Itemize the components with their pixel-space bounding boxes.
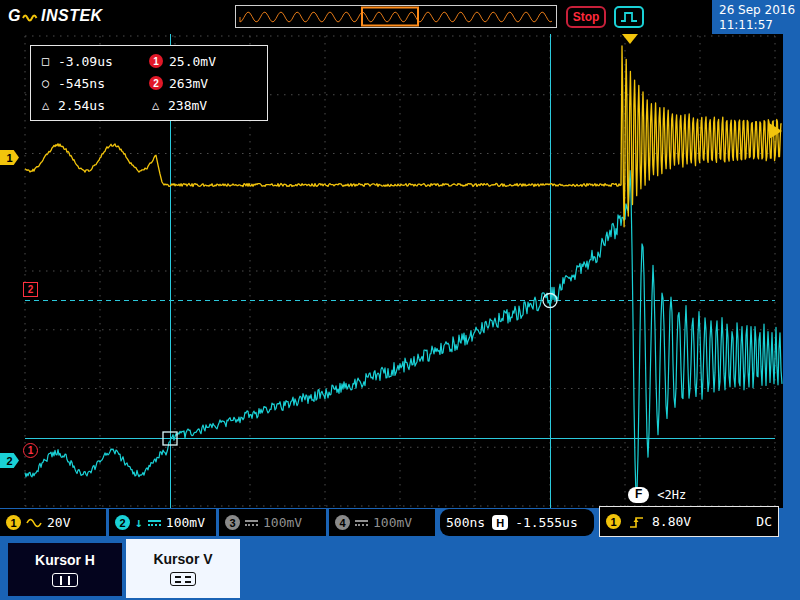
softkey-kursor-h[interactable]: Kursor H bbox=[8, 543, 122, 596]
cursor-delta-volt-value: 238mV bbox=[168, 98, 207, 113]
memory-preview-waveform-icon bbox=[236, 6, 556, 27]
ch4-status[interactable]: 4 100mV bbox=[329, 509, 435, 536]
ch4-badge: 4 bbox=[335, 515, 350, 530]
cursor-delta-time-readout: △ 2.54us bbox=[39, 96, 149, 114]
ch1-badge: 1 bbox=[6, 515, 21, 530]
cursor-delta-time-value: 2.54us bbox=[58, 98, 105, 113]
ch2-marker-label: 2 bbox=[6, 455, 12, 467]
trigger-mode-icon bbox=[614, 6, 644, 28]
cursor-readout-panel: □ -3.09us 1 25.0mV ○ -545ns 2 263mV △ 2.… bbox=[30, 45, 268, 121]
invert-arrow-icon: ↓ bbox=[135, 515, 143, 530]
voltage-cursor2-marker[interactable]: 2 bbox=[23, 282, 38, 297]
run-stop-indicator: Stop bbox=[566, 6, 606, 28]
voltage-cursor1-marker[interactable]: 1 bbox=[23, 443, 38, 458]
scope-display-area: □ -3.09us 1 25.0mV ○ -545ns 2 263mV △ 2.… bbox=[0, 34, 783, 508]
dc-coupling-icon bbox=[245, 520, 258, 526]
cursor-h1-value: -3.09us bbox=[58, 54, 113, 69]
dc-coupling-icon bbox=[355, 520, 368, 526]
brand-name: INSTEK bbox=[41, 7, 103, 25]
brand-wave-icon bbox=[22, 12, 40, 24]
brand-letter-g: G bbox=[8, 7, 21, 25]
datetime-display: 26 Sep 2016 11:11:57 bbox=[712, 0, 800, 36]
horizontal-offset: -1.555us bbox=[515, 515, 578, 530]
dc-coupling-icon bbox=[148, 520, 161, 526]
kursor-v-label: Kursor V bbox=[153, 551, 212, 567]
timebase-status[interactable]: 500ns H -1.555us bbox=[440, 509, 594, 536]
ch4-scale: 100mV bbox=[373, 515, 412, 530]
frequency-value: <2Hz bbox=[657, 488, 686, 502]
ch1-scale: 20V bbox=[47, 515, 70, 530]
ac-coupling-icon bbox=[26, 518, 42, 528]
ch3-status[interactable]: 3 100mV bbox=[219, 509, 326, 536]
cursor-delta-volt-readout: △ 238mV bbox=[149, 96, 259, 114]
pulse-icon bbox=[619, 10, 639, 24]
trigger-level: 8.80V bbox=[652, 514, 691, 529]
time-text: 11:11:57 bbox=[719, 18, 800, 33]
ch1-status[interactable]: 1 20V bbox=[0, 509, 106, 536]
trigger-source-badge: 1 bbox=[606, 514, 621, 529]
softkey-menu-bar: Kursor H Kursor V bbox=[0, 537, 800, 600]
top-status-bar: G INSTEK Stop bbox=[0, 0, 712, 34]
cursor1-badge: 1 bbox=[149, 54, 163, 68]
h-cursors-icon bbox=[52, 573, 78, 587]
cursor-v2-readout: 2 263mV bbox=[149, 74, 259, 92]
cursor-v1-readout: 1 25.0mV bbox=[149, 52, 259, 70]
delta-icon: △ bbox=[149, 98, 162, 112]
kursor-h-label: Kursor H bbox=[35, 552, 95, 568]
delta-icon: △ bbox=[39, 98, 52, 112]
acquisition-memory-preview bbox=[235, 5, 557, 28]
horizontal-badge: H bbox=[492, 515, 508, 530]
cursor-h2-readout: ○ -545ns bbox=[39, 74, 149, 92]
square-cursor-icon: □ bbox=[39, 54, 52, 68]
cursor-h2-value: -545ns bbox=[58, 76, 105, 91]
voltage-cursor2-label: 2 bbox=[28, 284, 34, 295]
stop-label: Stop bbox=[573, 10, 600, 24]
cursor2-badge: 2 bbox=[149, 76, 163, 90]
ch2-status[interactable]: 2 ↓ 100mV bbox=[109, 509, 216, 536]
rising-edge-trigger-icon bbox=[628, 514, 645, 530]
trigger-status[interactable]: 1 8.80V DC bbox=[599, 506, 779, 537]
cursor-v1-value: 25.0mV bbox=[169, 54, 216, 69]
cursor-h1-readout: □ -3.09us bbox=[39, 52, 149, 70]
cursor-v2-value: 263mV bbox=[169, 76, 208, 91]
trigger-coupling: DC bbox=[756, 514, 772, 529]
circle-cursor-icon: ○ bbox=[39, 76, 52, 90]
ch1-marker-label: 1 bbox=[6, 152, 12, 164]
ch3-badge: 3 bbox=[225, 515, 240, 530]
frequency-badge: F bbox=[628, 487, 649, 503]
brand-logo: G INSTEK bbox=[8, 7, 103, 25]
voltage-cursor1-label: 1 bbox=[28, 445, 34, 456]
trigger-frequency-readout: F <2Hz bbox=[628, 487, 686, 503]
ch2-scale: 100mV bbox=[166, 515, 205, 530]
ch3-scale: 100mV bbox=[263, 515, 302, 530]
timebase-scale: 500ns bbox=[446, 515, 485, 530]
date-text: 26 Sep 2016 bbox=[719, 3, 800, 18]
v-cursors-icon bbox=[170, 572, 196, 586]
softkey-kursor-v[interactable]: Kursor V bbox=[126, 539, 240, 598]
ch2-badge: 2 bbox=[115, 515, 130, 530]
